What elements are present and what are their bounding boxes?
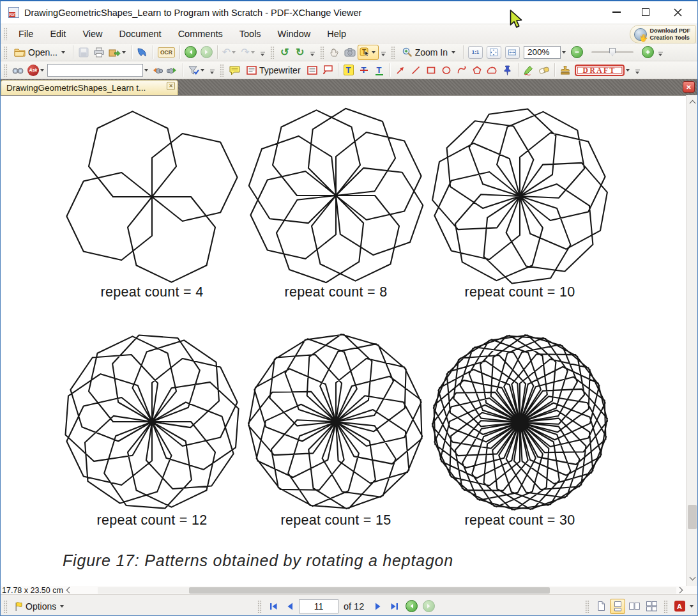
viewmode-drag-handle[interactable] (585, 600, 589, 613)
zoom-slider[interactable] (591, 51, 634, 53)
page-number-input[interactable] (299, 599, 338, 613)
toolbar-overflow[interactable] (209, 70, 215, 75)
statusbar-drag-handle[interactable] (664, 600, 668, 613)
arrow-tool[interactable] (393, 63, 408, 78)
strikeout-text-tool[interactable]: T (356, 63, 372, 78)
pin-tool[interactable] (500, 63, 515, 78)
last-page-button[interactable] (387, 599, 402, 614)
draft-stamp-button[interactable]: DRAFT (573, 63, 633, 78)
find-previous-button[interactable] (149, 63, 165, 78)
rotate-ccw-button[interactable]: ↺ (277, 45, 292, 60)
ask-dropdown[interactable] (40, 69, 44, 72)
maximize-button[interactable] (631, 1, 660, 23)
next-page-button[interactable] (370, 599, 386, 614)
undo-button[interactable]: ↶ (220, 45, 239, 60)
options-dropdown[interactable] (60, 605, 64, 608)
export-button[interactable] (107, 45, 129, 60)
menu-view[interactable]: View (74, 26, 110, 42)
ask-button[interactable]: Ask (26, 63, 47, 78)
zoom-tool-dropdown[interactable] (451, 51, 455, 54)
save-button[interactable] (76, 45, 91, 60)
underline-text-tool[interactable]: T (372, 63, 387, 78)
snapshot-tool-button[interactable] (342, 45, 358, 60)
send-document-button[interactable] (135, 45, 150, 60)
menu-help[interactable]: Help (319, 26, 354, 42)
scroll-down-button[interactable] (687, 573, 698, 583)
redo-dropdown[interactable] (251, 51, 255, 54)
chevron-left-icon[interactable] (66, 587, 72, 594)
zoom-in-button[interactable] (640, 45, 656, 60)
menu-document[interactable]: Document (111, 26, 170, 42)
eraser-tool[interactable] (536, 63, 552, 78)
go-back-button[interactable] (183, 45, 199, 60)
toolbar-overflow[interactable] (635, 70, 641, 75)
first-page-button[interactable] (266, 599, 281, 614)
undo-dropdown[interactable] (232, 51, 236, 54)
statusbar-drag-handle[interactable] (3, 600, 8, 613)
menubar-drag-handle[interactable] (3, 27, 8, 40)
zoom-level-combo[interactable]: 200% (522, 45, 569, 60)
rotate-cw-button[interactable]: ↻ (292, 45, 308, 60)
oval-tool[interactable] (439, 63, 454, 78)
zoom-slider-thumb[interactable] (609, 48, 616, 56)
single-page-button[interactable] (593, 599, 609, 614)
adobe-dropdown[interactable] (690, 605, 694, 608)
stamp-tool[interactable] (558, 63, 573, 78)
print-button[interactable] (91, 45, 107, 60)
open-dropdown[interactable] (61, 51, 65, 54)
hand-tool-button[interactable] (327, 45, 342, 60)
search-history-dropdown[interactable] (144, 69, 148, 72)
toolbar-overflow[interactable] (658, 52, 664, 58)
vertical-scrollbar-thumb[interactable] (688, 505, 697, 529)
polygon-tool[interactable] (469, 63, 485, 78)
toolbar-drag-handle[interactable] (3, 64, 8, 77)
callout-tool[interactable] (320, 63, 335, 78)
tab-close-icon[interactable]: ✕ (167, 82, 175, 90)
toolbar-drag-handle[interactable] (391, 46, 395, 59)
typewriter-tool[interactable]: Typewriter (243, 63, 305, 78)
pagenav-drag-handle[interactable] (257, 600, 262, 613)
toolbar-overflow[interactable] (310, 52, 315, 58)
next-view-button[interactable] (421, 599, 437, 614)
zoom-level-value[interactable]: 200% (524, 46, 561, 59)
select-tool-button[interactable]: T (358, 45, 379, 60)
close-document-button[interactable] (683, 81, 695, 93)
continuous-page-button[interactable] (610, 599, 625, 614)
facing-pages-button[interactable] (626, 599, 642, 614)
toolbar-overflow[interactable] (381, 52, 386, 58)
close-button[interactable] (663, 1, 692, 23)
document-tab[interactable]: DrawingGeometricShapes_Learn t... ✕ (1, 80, 178, 95)
zoom-out-button[interactable] (569, 45, 585, 60)
menu-tools[interactable]: Tools (231, 26, 269, 42)
continuous-facing-button[interactable] (644, 599, 660, 614)
toolbar-drag-handle[interactable] (270, 46, 275, 59)
select-tool-dropdown[interactable] (372, 51, 376, 54)
cloud-tool[interactable] (485, 63, 500, 78)
horizontal-scrollbar[interactable] (98, 587, 676, 594)
toolbar-drag-handle[interactable] (220, 64, 224, 77)
actual-size-button[interactable]: 1:1 (466, 45, 485, 60)
options-button[interactable]: Options (10, 599, 69, 614)
zoom-in-tool-button[interactable]: Zoom In (398, 45, 460, 60)
previous-page-button[interactable] (282, 599, 298, 614)
zoom-level-dropdown[interactable] (562, 51, 566, 54)
ocr-button[interactable]: OCR (156, 45, 177, 60)
menu-comments[interactable]: Comments (170, 26, 231, 42)
toolbar-overflow[interactable] (260, 52, 266, 58)
horizontal-scrollbar-thumb[interactable] (189, 587, 550, 594)
download-pdf-creation-tools-button[interactable]: 🖐 Download PDFCreation Tools (630, 25, 697, 43)
vertical-scrollbar[interactable] (686, 95, 697, 586)
find-next-button[interactable] (165, 63, 180, 78)
filter-dropdown[interactable] (201, 69, 204, 72)
line-tool[interactable] (408, 63, 423, 78)
highlight-text-tool[interactable]: T (341, 63, 356, 78)
filter-button[interactable] (186, 63, 208, 78)
search-button[interactable] (10, 63, 26, 78)
menu-window[interactable]: Window (269, 26, 319, 42)
scroll-up-button[interactable] (687, 96, 698, 107)
pencil-tool[interactable] (521, 63, 536, 78)
open-button[interactable]: Open... (10, 45, 70, 60)
rectangle-tool[interactable] (423, 63, 439, 78)
scroll-right-button[interactable] (677, 587, 683, 594)
polyline-tool[interactable] (454, 63, 469, 78)
